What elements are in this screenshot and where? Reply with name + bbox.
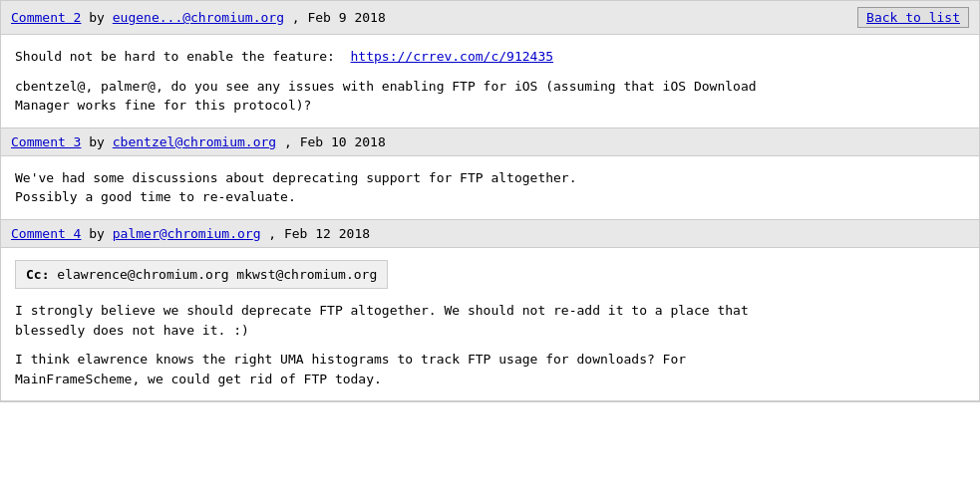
comment3-header-left: Comment 3 by cbentzel@chromium.org , Feb… [11,134,386,149]
comment4-body: Cc: elawrence@chromium.org mkwst@chromiu… [1,248,979,402]
comment3-author-prefix: by [89,134,112,149]
cc-label: Cc: [26,267,49,282]
comment2-link[interactable]: Comment 2 [11,10,81,25]
comment4-date: , Feb 12 2018 [268,226,370,241]
comment4-cc-addresses: elawrence@chromium.org mkwst@chromium.or… [57,267,377,282]
comment4-cc-box: Cc: elawrence@chromium.org mkwst@chromiu… [15,260,388,290]
comment2-author-link[interactable]: eugene...@chromium.org [113,10,284,25]
comment3-date: , Feb 10 2018 [284,134,386,149]
comment4-header-left: Comment 4 by palmer@chromium.org , Feb 1… [11,226,370,241]
comment4-para2: I think elawrence knows the right UMA hi… [15,350,965,388]
comment2-para1: Should not be hard to enable the feature… [15,47,965,67]
comment2-para2: cbentzel@, palmer@, do you see any issue… [15,77,965,116]
comment4-header: Comment 4 by palmer@chromium.org , Feb 1… [1,220,979,248]
comment2-date: , Feb 9 2018 [292,10,386,25]
comment3-para1: We've had some discussions about depreca… [15,168,965,207]
page-container: Comment 2 by eugene...@chromium.org , Fe… [0,0,980,402]
comment2-link-crrev[interactable]: https://crrev.com/c/912435 [351,49,554,64]
comment4-author-link[interactable]: palmer@chromium.org [113,226,261,241]
comment2-header: Comment 2 by eugene...@chromium.org , Fe… [1,1,979,35]
comment2-author-prefix: by [89,10,112,25]
back-to-list-button[interactable]: Back to list [857,7,969,28]
comment4-link[interactable]: Comment 4 [11,226,81,241]
comment2-header-left: Comment 2 by eugene...@chromium.org , Fe… [11,10,386,25]
comment3-link[interactable]: Comment 3 [11,134,81,149]
comment4-author-prefix: by [89,226,112,241]
comment3-author-link[interactable]: cbentzel@chromium.org [113,134,276,149]
comment4-para1: I strongly believe we should deprecate F… [15,301,965,340]
comment3-body: We've had some discussions about depreca… [1,156,979,220]
comment3-header: Comment 3 by cbentzel@chromium.org , Feb… [1,128,979,156]
comment2-body: Should not be hard to enable the feature… [1,35,979,128]
